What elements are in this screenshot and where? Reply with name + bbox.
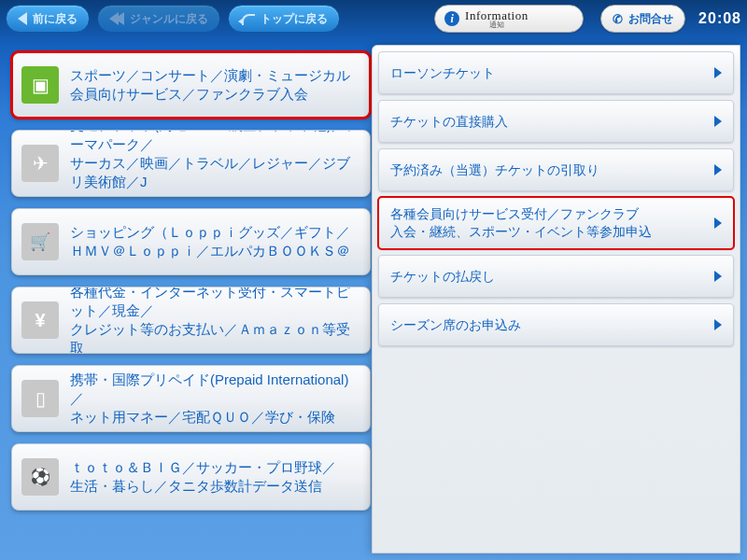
category-label: 交通チケット(高速バス・航空チケット他)／テーマパーク／ サーカス／映画／トラベ…	[70, 130, 360, 197]
category-transport-ticket[interactable]: 交通チケット(高速バス・航空チケット他)／テーマパーク／ サーカス／映画／トラベ…	[11, 130, 371, 197]
chevron-right-icon	[714, 271, 722, 282]
submenu-label: シーズン席のお申込み	[390, 316, 707, 334]
info-main-label: Information	[465, 9, 529, 21]
information-button[interactable]: i Information 通知	[434, 5, 584, 33]
info-sub-label: 通知	[465, 21, 529, 29]
submenu-label: 予約済み（当選）チケットの引取り	[390, 161, 707, 179]
clock: 20:08	[698, 10, 741, 27]
category-payment[interactable]: 各種代金・インターネット受付・スマートピット／現金／ クレジット等のお支払い／Ａ…	[11, 287, 371, 354]
submenu-reserved-pickup[interactable]: 予約済み（当選）チケットの引取り	[378, 148, 734, 191]
info-text: Information 通知	[465, 9, 529, 29]
submenu-label: チケットの払戻し	[390, 268, 707, 286]
submenu-direct-purchase[interactable]: チケットの直接購入	[378, 100, 734, 143]
cart-icon	[21, 223, 59, 260]
category-sports-concert[interactable]: スポーツ／コンサート／演劇・ミュージカル 会員向けサービス／ファンクラブ入会	[11, 51, 371, 119]
yen-icon	[21, 301, 59, 339]
header-bar: 前に戻る ジャンルに戻る トップに戻る i Information 通知 ✆ お…	[0, 0, 747, 37]
genre-back-label: ジャンルに戻る	[130, 11, 208, 27]
genre-back-icon	[109, 12, 124, 25]
submenu-label: 各種会員向けサービス受付／ファンクラブ 入会・継続、スポーツ・イベント等参加申込	[390, 205, 707, 241]
back-arrow-icon	[18, 12, 27, 25]
back-button[interactable]: 前に戻る	[6, 5, 90, 33]
back-label: 前に戻る	[33, 11, 78, 27]
genre-back-button[interactable]: ジャンルに戻る	[97, 5, 220, 33]
submenu-label: ローソンチケット	[390, 64, 707, 82]
plane-icon	[21, 145, 59, 182]
submenu-label: チケットの直接購入	[390, 113, 707, 131]
top-button[interactable]: トップに戻る	[228, 5, 340, 33]
phone-icon: ✆	[613, 12, 623, 26]
category-label: 各種代金・インターネット受付・スマートピット／現金／ クレジット等のお支払い／Ａ…	[70, 287, 360, 354]
chevron-right-icon	[714, 217, 722, 229]
chevron-right-icon	[714, 164, 722, 175]
top-label: トップに戻る	[261, 11, 328, 27]
chevron-right-icon	[714, 116, 722, 127]
submenu-season-seat[interactable]: シーズン席のお申込み	[378, 303, 734, 346]
submenu-member-service[interactable]: 各種会員向けサービス受付／ファンクラブ 入会・継続、スポーツ・イベント等参加申込	[378, 197, 734, 249]
contact-button[interactable]: ✆ お問合せ	[600, 5, 685, 33]
submenu-lawson-ticket[interactable]: ローソンチケット	[378, 51, 734, 94]
category-label: スポーツ／コンサート／演劇・ミュージカル 会員向けサービス／ファンクラブ入会	[70, 66, 360, 105]
mobile-icon	[21, 380, 59, 417]
info-icon: i	[444, 11, 459, 26]
contact-label: お問合せ	[628, 11, 673, 27]
category-shopping[interactable]: ショッピング（Ｌｏｐｐｉグッズ／ギフト／ ＨＭＶ＠Ｌｏｐｐｉ／エルパカＢＯＯＫＳ…	[11, 208, 371, 275]
category-label: ショッピング（Ｌｏｐｐｉグッズ／ギフト／ ＨＭＶ＠Ｌｏｐｐｉ／エルパカＢＯＯＫＳ…	[70, 223, 360, 261]
chevron-right-icon	[714, 67, 722, 78]
submenu-panel: ローソンチケット チケットの直接購入 予約済み（当選）チケットの引取り 各種会員…	[372, 45, 740, 553]
chevron-right-icon	[714, 319, 722, 330]
ticket-icon	[21, 66, 59, 104]
category-label: 携帯・国際プリペイド(Prepaid International)／ ネット用マ…	[70, 371, 360, 427]
category-prepaid[interactable]: 携帯・国際プリペイド(Prepaid International)／ ネット用マ…	[11, 365, 371, 432]
top-arrow-icon	[240, 12, 255, 25]
category-label: ｔｏｔｏ＆ＢＩＧ／サッカー・プロ野球／ 生活・暮らし／タニタ歩数計データ送信	[70, 458, 360, 497]
submenu-refund[interactable]: チケットの払戻し	[378, 255, 734, 298]
category-list: スポーツ／コンサート／演劇・ミュージカル 会員向けサービス／ファンクラブ入会 交…	[11, 51, 371, 511]
category-toto-big[interactable]: ｔｏｔｏ＆ＢＩＧ／サッカー・プロ野球／ 生活・暮らし／タニタ歩数計データ送信	[11, 443, 371, 511]
soccer-ball-icon	[21, 458, 59, 496]
